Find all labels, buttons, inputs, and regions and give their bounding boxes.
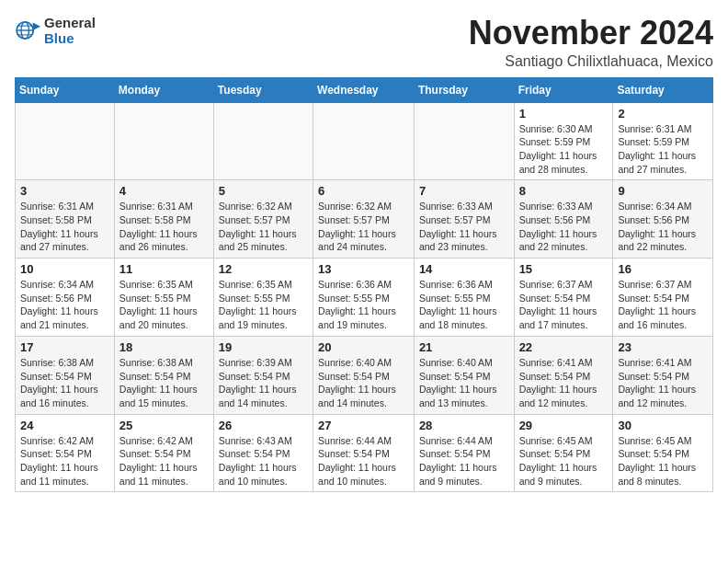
- calendar-cell: 16Sunrise: 6:37 AMSunset: 5:54 PMDayligh…: [613, 259, 713, 337]
- day-number: 1: [519, 107, 609, 121]
- weekday-header-tuesday: Tuesday: [213, 77, 313, 102]
- day-number: 5: [219, 184, 308, 198]
- calendar-cell: 12Sunrise: 6:35 AMSunset: 5:55 PMDayligh…: [213, 259, 313, 337]
- day-number: 6: [318, 184, 409, 198]
- calendar-cell: 3Sunrise: 6:31 AMSunset: 5:58 PMDaylight…: [16, 180, 115, 259]
- day-number: 3: [20, 184, 109, 198]
- calendar-cell: 10Sunrise: 6:34 AMSunset: 5:56 PMDayligh…: [16, 259, 115, 337]
- day-number: 27: [318, 419, 409, 432]
- day-info: Sunrise: 6:32 AMSunset: 5:57 PMDaylight:…: [318, 200, 409, 254]
- calendar-week-4: 17Sunrise: 6:38 AMSunset: 5:54 PMDayligh…: [16, 336, 713, 414]
- day-info: Sunrise: 6:32 AMSunset: 5:57 PMDaylight:…: [219, 200, 308, 254]
- calendar-cell: 20Sunrise: 6:40 AMSunset: 5:54 PMDayligh…: [313, 336, 415, 414]
- logo-icon: [15, 17, 40, 43]
- calendar-week-2: 3Sunrise: 6:31 AMSunset: 5:58 PMDaylight…: [16, 180, 713, 259]
- calendar-cell: 9Sunrise: 6:34 AMSunset: 5:56 PMDaylight…: [613, 180, 713, 259]
- calendar-week-3: 10Sunrise: 6:34 AMSunset: 5:56 PMDayligh…: [16, 259, 713, 337]
- day-info: Sunrise: 6:40 AMSunset: 5:54 PMDaylight:…: [419, 356, 509, 410]
- calendar-cell: 1Sunrise: 6:30 AMSunset: 5:59 PMDaylight…: [514, 102, 613, 180]
- day-number: 28: [419, 419, 509, 432]
- calendar-week-1: 1Sunrise: 6:30 AMSunset: 5:59 PMDaylight…: [16, 102, 713, 180]
- page-header: General Blue November 2024 Santiago Chil…: [15, 15, 713, 70]
- day-number: 4: [119, 184, 209, 198]
- day-number: 24: [20, 419, 109, 432]
- weekday-header-friday: Friday: [514, 77, 613, 102]
- calendar-cell: 26Sunrise: 6:43 AMSunset: 5:54 PMDayligh…: [213, 414, 313, 492]
- day-info: Sunrise: 6:45 AMSunset: 5:54 PMDaylight:…: [618, 434, 708, 488]
- calendar-cell: 19Sunrise: 6:39 AMSunset: 5:54 PMDayligh…: [213, 336, 313, 414]
- logo: General Blue: [15, 15, 96, 46]
- svg-marker-6: [33, 23, 40, 30]
- day-info: Sunrise: 6:44 AMSunset: 5:54 PMDaylight:…: [419, 434, 509, 488]
- calendar-cell: 8Sunrise: 6:33 AMSunset: 5:56 PMDaylight…: [514, 180, 613, 259]
- day-info: Sunrise: 6:34 AMSunset: 5:56 PMDaylight:…: [618, 200, 708, 254]
- calendar-cell: 21Sunrise: 6:40 AMSunset: 5:54 PMDayligh…: [414, 336, 514, 414]
- weekday-header-thursday: Thursday: [414, 77, 514, 102]
- weekday-header-saturday: Saturday: [613, 77, 713, 102]
- day-number: 20: [318, 340, 409, 354]
- day-info: Sunrise: 6:36 AMSunset: 5:55 PMDaylight:…: [419, 278, 509, 332]
- day-info: Sunrise: 6:31 AMSunset: 5:58 PMDaylight:…: [119, 200, 209, 254]
- day-number: 15: [519, 262, 609, 276]
- day-number: 21: [419, 340, 509, 354]
- day-info: Sunrise: 6:34 AMSunset: 5:56 PMDaylight:…: [20, 278, 109, 332]
- calendar-cell: 14Sunrise: 6:36 AMSunset: 5:55 PMDayligh…: [414, 259, 514, 337]
- calendar-cell: [313, 102, 415, 180]
- day-info: Sunrise: 6:41 AMSunset: 5:54 PMDaylight:…: [519, 356, 609, 410]
- calendar-cell: 22Sunrise: 6:41 AMSunset: 5:54 PMDayligh…: [514, 336, 613, 414]
- day-info: Sunrise: 6:43 AMSunset: 5:54 PMDaylight:…: [219, 434, 308, 488]
- calendar-cell: [213, 102, 313, 180]
- day-info: Sunrise: 6:35 AMSunset: 5:55 PMDaylight:…: [219, 278, 308, 332]
- calendar-cell: 2Sunrise: 6:31 AMSunset: 5:59 PMDaylight…: [613, 102, 713, 180]
- calendar-cell: [414, 102, 514, 180]
- day-number: 30: [618, 419, 708, 432]
- location-title: Santiago Chilixtlahuaca, Mexico: [469, 53, 713, 70]
- day-number: 22: [519, 340, 609, 354]
- day-number: 10: [20, 262, 109, 276]
- day-info: Sunrise: 6:38 AMSunset: 5:54 PMDaylight:…: [20, 356, 109, 410]
- day-info: Sunrise: 6:37 AMSunset: 5:54 PMDaylight:…: [618, 278, 708, 332]
- day-info: Sunrise: 6:37 AMSunset: 5:54 PMDaylight:…: [519, 278, 609, 332]
- day-info: Sunrise: 6:33 AMSunset: 5:56 PMDaylight:…: [519, 200, 609, 254]
- day-info: Sunrise: 6:31 AMSunset: 5:59 PMDaylight:…: [618, 122, 708, 177]
- calendar-cell: 13Sunrise: 6:36 AMSunset: 5:55 PMDayligh…: [313, 259, 415, 337]
- day-info: Sunrise: 6:30 AMSunset: 5:59 PMDaylight:…: [519, 122, 609, 177]
- calendar-week-5: 24Sunrise: 6:42 AMSunset: 5:54 PMDayligh…: [16, 414, 713, 492]
- calendar-cell: 11Sunrise: 6:35 AMSunset: 5:55 PMDayligh…: [114, 259, 213, 337]
- weekday-header-sunday: Sunday: [16, 77, 115, 102]
- calendar-cell: 15Sunrise: 6:37 AMSunset: 5:54 PMDayligh…: [514, 259, 613, 337]
- day-number: 8: [519, 184, 609, 198]
- day-number: 16: [618, 262, 708, 276]
- day-info: Sunrise: 6:45 AMSunset: 5:54 PMDaylight:…: [519, 434, 609, 488]
- day-number: 29: [519, 419, 609, 432]
- day-number: 14: [419, 262, 509, 276]
- logo-text: General Blue: [44, 15, 96, 46]
- day-number: 9: [618, 184, 708, 198]
- day-number: 7: [419, 184, 509, 198]
- calendar-cell: 4Sunrise: 6:31 AMSunset: 5:58 PMDaylight…: [114, 180, 213, 259]
- day-number: 19: [219, 340, 308, 354]
- calendar-cell: [16, 102, 115, 180]
- calendar-cell: 23Sunrise: 6:41 AMSunset: 5:54 PMDayligh…: [613, 336, 713, 414]
- title-block: November 2024 Santiago Chilixtlahuaca, M…: [469, 15, 713, 70]
- weekday-header-wednesday: Wednesday: [313, 77, 415, 102]
- day-number: 13: [318, 262, 409, 276]
- day-number: 25: [119, 419, 209, 432]
- calendar-cell: 28Sunrise: 6:44 AMSunset: 5:54 PMDayligh…: [414, 414, 514, 492]
- day-info: Sunrise: 6:31 AMSunset: 5:58 PMDaylight:…: [20, 200, 109, 254]
- calendar-cell: 25Sunrise: 6:42 AMSunset: 5:54 PMDayligh…: [114, 414, 213, 492]
- day-number: 26: [219, 419, 308, 432]
- day-number: 17: [20, 340, 109, 354]
- weekday-header-monday: Monday: [114, 77, 213, 102]
- calendar-cell: 6Sunrise: 6:32 AMSunset: 5:57 PMDaylight…: [313, 180, 415, 259]
- calendar-cell: 24Sunrise: 6:42 AMSunset: 5:54 PMDayligh…: [16, 414, 115, 492]
- day-info: Sunrise: 6:42 AMSunset: 5:54 PMDaylight:…: [20, 434, 109, 488]
- calendar-table: SundayMondayTuesdayWednesdayThursdayFrid…: [15, 77, 713, 493]
- logo-general: General: [44, 15, 96, 30]
- calendar-cell: 29Sunrise: 6:45 AMSunset: 5:54 PMDayligh…: [514, 414, 613, 492]
- logo-blue: Blue: [44, 30, 96, 46]
- calendar-cell: 30Sunrise: 6:45 AMSunset: 5:54 PMDayligh…: [613, 414, 713, 492]
- calendar-cell: 27Sunrise: 6:44 AMSunset: 5:54 PMDayligh…: [313, 414, 415, 492]
- day-number: 11: [119, 262, 209, 276]
- calendar-cell: 18Sunrise: 6:38 AMSunset: 5:54 PMDayligh…: [114, 336, 213, 414]
